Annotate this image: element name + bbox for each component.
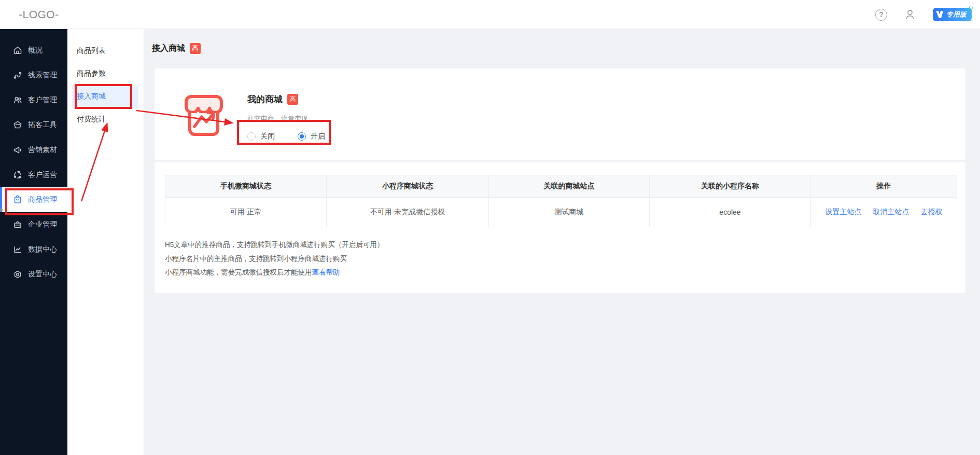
submenu-item-product-params[interactable]: 商品参数 — [67, 62, 144, 85]
sidebar-item-customers[interactable]: 客户管理 — [0, 88, 67, 113]
mall-status-card: 手机微商城状态 小程序商城状态 关联的商城站点 关联的小程序名称 操作 可用-正… — [155, 162, 965, 293]
col-actions: 操作 — [811, 175, 957, 198]
header-actions: ? 专用版 — [875, 0, 972, 29]
level-badge: 高 — [190, 43, 201, 54]
sidebar-item-label: 线索管理 — [28, 71, 57, 80]
mall-toggle-group: 关闭 开启 — [247, 132, 325, 141]
table-header-row: 手机微商城状态 小程序商城状态 关联的商城站点 关联的小程序名称 操作 — [165, 175, 957, 198]
mall-title: 我的商城 — [247, 93, 283, 105]
sparkle-icon — [967, 6, 973, 11]
sidebar-item-label: 客户管理 — [28, 95, 57, 105]
help-icon[interactable]: ? — [875, 9, 887, 21]
sidebar-item-product-management[interactable]: 商品管理 — [0, 187, 67, 212]
page-header: 接入商城 高 — [152, 43, 201, 54]
mall-info: 我的商城 高 社交电商，流量变现 关闭 开启 — [247, 93, 325, 141]
cell-miniprogram-mall-status: 不可用-未完成微信授权 — [327, 198, 489, 227]
sidebar-item-label: 客户运营 — [28, 170, 57, 180]
mall-card: 我的商城 高 社交电商，流量变现 关闭 开启 — [155, 68, 965, 160]
col-linked-mall-site: 关联的商城站点 — [489, 175, 650, 198]
customers-icon — [13, 95, 22, 105]
radio-on-label[interactable]: 开启 — [311, 132, 325, 141]
edition-badge[interactable]: 专用版 — [933, 8, 972, 21]
sidebar-item-settings-center[interactable]: 设置中心 — [0, 262, 67, 287]
prospect-tools-icon — [13, 120, 22, 130]
sidebar-item-marketing[interactable]: 营销素材 — [0, 137, 67, 162]
sidebar-item-label: 营销素材 — [28, 145, 57, 155]
cell-linked-miniprogram-name: ecolee — [650, 198, 811, 227]
note-line-1: H5文章中的推荐商品，支持跳转到手机微商城进行购买（开启后可用） — [165, 238, 384, 252]
primary-sidebar: 概况 线索管理 客户管理 拓客工具 营销素材 客户运营 商品管理 企业管理 — [0, 29, 67, 455]
edition-badge-label: 专用版 — [946, 10, 967, 19]
sidebar-item-label: 商品管理 — [28, 195, 57, 204]
logo: -LOGO- — [19, 0, 59, 29]
sidebar-item-leads[interactable]: 线索管理 — [0, 63, 67, 88]
data-center-icon — [13, 245, 22, 254]
radio-off[interactable] — [247, 132, 256, 141]
top-header: -LOGO- ? 专用版 — [0, 0, 980, 29]
user-icon[interactable] — [904, 8, 916, 21]
col-mobile-mall-status: 手机微商城状态 — [165, 175, 327, 198]
app-window: -LOGO- ? 专用版 概况 — [0, 0, 980, 455]
submenu-item-product-list[interactable]: 商品列表 — [67, 39, 144, 62]
marketing-icon — [13, 145, 22, 155]
note-line-3: 小程序商城功能，需要完成微信授权后才能使用查看帮助 — [165, 266, 384, 280]
submenu-item-payment-stats[interactable]: 付费统计 — [67, 108, 144, 131]
cell-mobile-mall-status: 可用-正常 — [165, 198, 327, 227]
secondary-sidebar: 商品列表 商品参数 接入商城 付费统计 — [67, 29, 144, 455]
sidebar-item-label: 拓客工具 — [28, 120, 57, 130]
sidebar-item-label: 设置中心 — [28, 270, 57, 279]
col-miniprogram-mall-status: 小程序商城状态 — [327, 175, 489, 198]
note-line-3-text: 小程序商城功能，需要完成微信授权后才能使用 — [165, 268, 312, 276]
sidebar-collapse-handle[interactable]: ▶ — [0, 207, 4, 212]
sidebar-item-label: 概况 — [28, 46, 43, 55]
col-linked-miniprogram-name: 关联的小程序名称 — [650, 175, 811, 198]
leads-icon — [13, 71, 22, 80]
sidebar-item-label: 数据中心 — [28, 245, 57, 254]
home-icon — [13, 46, 22, 55]
main-content: 接入商城 高 我的商城 高 社交电商，流量变现 关闭 — [144, 29, 980, 455]
notes: H5文章中的推荐商品，支持跳转到手机微商城进行购买（开启后可用） 小程序名片中的… — [165, 238, 384, 280]
view-help-link[interactable]: 查看帮助 — [312, 268, 340, 276]
note-line-2: 小程序名片中的主推商品，支持跳转到小程序商城进行购买 — [165, 252, 384, 266]
cell-linked-mall-site: 测试商城 — [489, 198, 650, 227]
page-title: 接入商城 — [152, 43, 185, 54]
edition-v-icon — [935, 10, 944, 19]
radio-off-label[interactable]: 关闭 — [260, 132, 275, 141]
storefront-icon — [179, 90, 229, 140]
sidebar-item-data-center[interactable]: 数据中心 — [0, 237, 67, 262]
settings-icon — [13, 270, 22, 279]
sidebar-item-enterprise[interactable]: 企业管理 — [0, 212, 67, 237]
mall-subtitle: 社交电商，流量变现 — [247, 114, 325, 123]
sidebar-item-label: 企业管理 — [28, 220, 57, 229]
mall-level-badge: 高 — [287, 94, 298, 105]
enterprise-icon — [13, 220, 22, 229]
mall-status-table: 手机微商城状态 小程序商城状态 关联的商城站点 关联的小程序名称 操作 可用-正… — [165, 175, 957, 227]
sidebar-item-overview[interactable]: 概况 — [0, 38, 67, 63]
operations-icon — [13, 170, 22, 180]
table-row: 可用-正常 不可用-未完成微信授权 测试商城 ecolee 设置主站点 取消主站… — [165, 198, 957, 227]
sidebar-item-customer-operations[interactable]: 客户运营 — [0, 162, 67, 187]
products-icon — [13, 195, 22, 204]
set-main-site-link[interactable]: 设置主站点 — [825, 208, 862, 216]
cell-actions: 设置主站点 取消主站点 去授权 — [811, 198, 957, 227]
sidebar-item-prospect-tools[interactable]: 拓客工具 — [0, 113, 67, 137]
deauthorize-link[interactable]: 去授权 — [920, 208, 942, 216]
radio-on[interactable] — [298, 132, 306, 141]
cancel-main-site-link[interactable]: 取消主站点 — [873, 208, 909, 216]
submenu-item-connect-mall[interactable]: 接入商城 — [72, 85, 138, 108]
